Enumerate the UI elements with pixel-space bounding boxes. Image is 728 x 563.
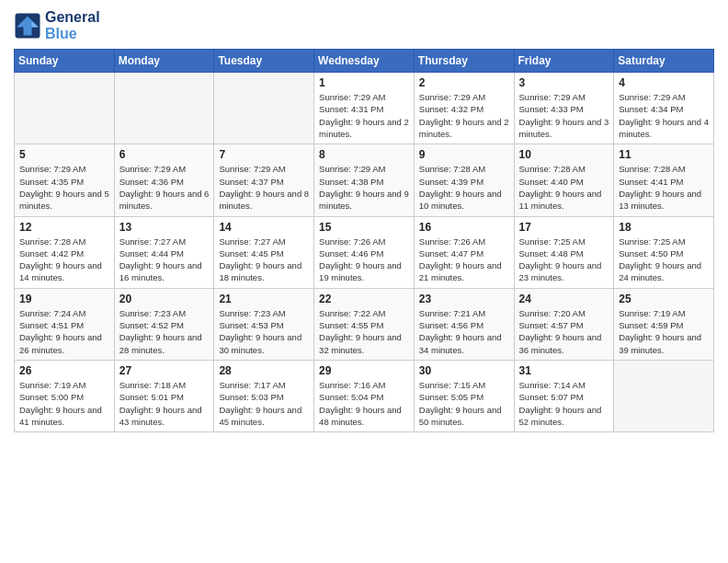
day-info: Sunrise: 7:29 AM Sunset: 4:31 PM Dayligh…: [319, 91, 409, 140]
calendar-cell: 20Sunrise: 7:23 AM Sunset: 4:52 PM Dayli…: [114, 288, 214, 360]
day-info: Sunrise: 7:16 AM Sunset: 5:04 PM Dayligh…: [319, 379, 409, 428]
day-info: Sunrise: 7:29 AM Sunset: 4:34 PM Dayligh…: [619, 91, 709, 140]
day-number: 22: [319, 293, 409, 305]
calendar-cell: 7Sunrise: 7:29 AM Sunset: 4:37 PM Daylig…: [214, 144, 314, 216]
day-number: 6: [119, 148, 210, 161]
day-info: Sunrise: 7:29 AM Sunset: 4:33 PM Dayligh…: [519, 91, 609, 140]
calendar-cell: [214, 73, 314, 144]
calendar-cell: 19Sunrise: 7:24 AM Sunset: 4:51 PM Dayli…: [15, 288, 115, 360]
weekday-header-friday: Friday: [514, 50, 614, 73]
calendar-cell: 2Sunrise: 7:29 AM Sunset: 4:32 PM Daylig…: [414, 73, 514, 144]
calendar-cell: 1Sunrise: 7:29 AM Sunset: 4:31 PM Daylig…: [314, 73, 415, 144]
calendar-cell: 4Sunrise: 7:29 AM Sunset: 4:34 PM Daylig…: [614, 73, 714, 144]
day-info: Sunrise: 7:18 AM Sunset: 5:01 PM Dayligh…: [119, 379, 210, 428]
calendar-table: SundayMondayTuesdayWednesdayThursdayFrid…: [14, 49, 714, 432]
day-info: Sunrise: 7:19 AM Sunset: 4:59 PM Dayligh…: [619, 307, 709, 356]
day-number: 21: [219, 293, 309, 305]
calendar-cell: [114, 73, 214, 144]
weekday-header-saturday: Saturday: [614, 50, 714, 73]
calendar-cell: 24Sunrise: 7:20 AM Sunset: 4:57 PM Dayli…: [514, 288, 614, 360]
weekday-header-monday: Monday: [114, 50, 214, 73]
day-info: Sunrise: 7:20 AM Sunset: 4:57 PM Dayligh…: [519, 307, 609, 356]
day-number: 26: [19, 364, 109, 377]
day-info: Sunrise: 7:23 AM Sunset: 4:53 PM Dayligh…: [219, 307, 309, 356]
calendar-cell: 3Sunrise: 7:29 AM Sunset: 4:33 PM Daylig…: [514, 73, 614, 144]
calendar-cell: 10Sunrise: 7:28 AM Sunset: 4:40 PM Dayli…: [514, 144, 614, 216]
day-number: 29: [319, 364, 409, 377]
day-info: Sunrise: 7:14 AM Sunset: 5:07 PM Dayligh…: [519, 379, 609, 428]
day-info: Sunrise: 7:17 AM Sunset: 5:03 PM Dayligh…: [219, 379, 309, 428]
weekday-header-tuesday: Tuesday: [214, 50, 314, 73]
header: General Blue: [14, 9, 714, 41]
day-info: Sunrise: 7:29 AM Sunset: 4:37 PM Dayligh…: [219, 163, 309, 212]
logo-icon: [14, 12, 41, 40]
day-info: Sunrise: 7:25 AM Sunset: 4:50 PM Dayligh…: [619, 236, 709, 284]
day-number: 13: [119, 221, 210, 234]
calendar-cell: 18Sunrise: 7:25 AM Sunset: 4:50 PM Dayli…: [614, 216, 714, 288]
day-info: Sunrise: 7:19 AM Sunset: 5:00 PM Dayligh…: [19, 379, 109, 428]
day-info: Sunrise: 7:15 AM Sunset: 5:05 PM Dayligh…: [419, 379, 509, 428]
day-number: 8: [319, 148, 409, 161]
day-number: 12: [19, 221, 109, 234]
day-info: Sunrise: 7:28 AM Sunset: 4:42 PM Dayligh…: [19, 236, 109, 284]
day-number: 2: [419, 76, 509, 89]
day-info: Sunrise: 7:25 AM Sunset: 4:48 PM Dayligh…: [519, 236, 609, 284]
day-number: 31: [519, 364, 609, 377]
day-info: Sunrise: 7:26 AM Sunset: 4:46 PM Dayligh…: [319, 236, 409, 284]
calendar-cell: 21Sunrise: 7:23 AM Sunset: 4:53 PM Dayli…: [214, 288, 314, 360]
day-number: 7: [219, 148, 309, 161]
day-info: Sunrise: 7:22 AM Sunset: 4:55 PM Dayligh…: [319, 307, 409, 356]
day-number: 27: [119, 364, 210, 377]
week-row-5: 26Sunrise: 7:19 AM Sunset: 5:00 PM Dayli…: [15, 360, 714, 431]
calendar-cell: 28Sunrise: 7:17 AM Sunset: 5:03 PM Dayli…: [214, 360, 314, 431]
week-row-2: 5Sunrise: 7:29 AM Sunset: 4:35 PM Daylig…: [15, 144, 714, 216]
calendar-cell: [614, 360, 714, 431]
day-number: 25: [619, 293, 709, 305]
day-number: 10: [519, 148, 609, 161]
logo: General Blue: [14, 9, 100, 41]
logo-text: General Blue: [45, 9, 100, 41]
calendar-cell: 5Sunrise: 7:29 AM Sunset: 4:35 PM Daylig…: [15, 144, 115, 216]
calendar-cell: 15Sunrise: 7:26 AM Sunset: 4:46 PM Dayli…: [314, 216, 415, 288]
day-info: Sunrise: 7:21 AM Sunset: 4:56 PM Dayligh…: [419, 307, 509, 356]
day-number: 16: [419, 221, 509, 234]
day-number: 18: [619, 221, 709, 234]
calendar-cell: 25Sunrise: 7:19 AM Sunset: 4:59 PM Dayli…: [614, 288, 714, 360]
day-info: Sunrise: 7:29 AM Sunset: 4:36 PM Dayligh…: [119, 163, 210, 212]
day-info: Sunrise: 7:26 AM Sunset: 4:47 PM Dayligh…: [419, 236, 509, 284]
day-number: 3: [519, 76, 609, 89]
week-row-4: 19Sunrise: 7:24 AM Sunset: 4:51 PM Dayli…: [15, 288, 714, 360]
calendar-cell: 9Sunrise: 7:28 AM Sunset: 4:39 PM Daylig…: [414, 144, 514, 216]
day-number: 17: [519, 221, 609, 234]
day-number: 30: [419, 364, 509, 377]
calendar-cell: 11Sunrise: 7:28 AM Sunset: 4:41 PM Dayli…: [614, 144, 714, 216]
calendar-cell: 8Sunrise: 7:29 AM Sunset: 4:38 PM Daylig…: [314, 144, 415, 216]
day-number: 24: [519, 293, 609, 305]
day-number: 19: [19, 293, 109, 305]
day-number: 5: [19, 148, 109, 161]
day-info: Sunrise: 7:27 AM Sunset: 4:44 PM Dayligh…: [119, 236, 210, 284]
day-number: 9: [419, 148, 509, 161]
calendar-cell: 14Sunrise: 7:27 AM Sunset: 4:45 PM Dayli…: [214, 216, 314, 288]
day-info: Sunrise: 7:29 AM Sunset: 4:35 PM Dayligh…: [19, 163, 109, 212]
week-row-3: 12Sunrise: 7:28 AM Sunset: 4:42 PM Dayli…: [15, 216, 714, 288]
page-container: General Blue SundayMondayTuesdayWednesda…: [0, 0, 728, 442]
weekday-header-thursday: Thursday: [414, 50, 514, 73]
day-info: Sunrise: 7:27 AM Sunset: 4:45 PM Dayligh…: [219, 236, 309, 284]
day-number: 15: [319, 221, 409, 234]
weekday-header-wednesday: Wednesday: [314, 50, 415, 73]
calendar-cell: 29Sunrise: 7:16 AM Sunset: 5:04 PM Dayli…: [314, 360, 415, 431]
calendar-cell: 6Sunrise: 7:29 AM Sunset: 4:36 PM Daylig…: [114, 144, 214, 216]
day-number: 28: [219, 364, 309, 377]
calendar-cell: 22Sunrise: 7:22 AM Sunset: 4:55 PM Dayli…: [314, 288, 415, 360]
calendar-cell: 16Sunrise: 7:26 AM Sunset: 4:47 PM Dayli…: [414, 216, 514, 288]
day-number: 14: [219, 221, 309, 234]
day-number: 4: [619, 76, 709, 89]
calendar-cell: 12Sunrise: 7:28 AM Sunset: 4:42 PM Dayli…: [15, 216, 115, 288]
day-info: Sunrise: 7:28 AM Sunset: 4:41 PM Dayligh…: [619, 163, 709, 212]
day-info: Sunrise: 7:28 AM Sunset: 4:40 PM Dayligh…: [519, 163, 609, 212]
calendar-cell: [15, 73, 115, 144]
calendar-cell: 26Sunrise: 7:19 AM Sunset: 5:00 PM Dayli…: [15, 360, 115, 431]
calendar-cell: 13Sunrise: 7:27 AM Sunset: 4:44 PM Dayli…: [114, 216, 214, 288]
weekday-header-sunday: Sunday: [15, 50, 115, 73]
